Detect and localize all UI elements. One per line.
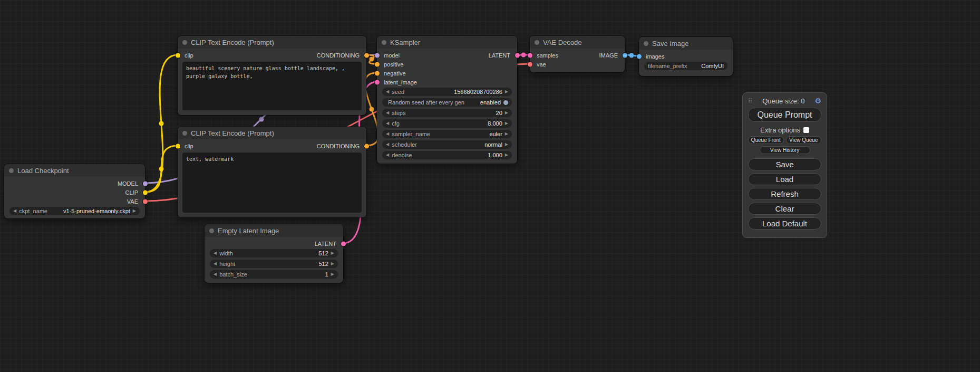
output-port-conditioning[interactable] [364, 144, 369, 148]
node-clip-text-encode-negative[interactable]: CLIP Text Encode (Prompt) clip CONDITION… [178, 127, 366, 217]
node-clip-text-encode-positive[interactable]: CLIP Text Encode (Prompt) clip CONDITION… [178, 36, 366, 115]
input-label-negative: negative [384, 70, 406, 77]
increment-arrow-icon[interactable]: ▶ [505, 142, 508, 147]
input-port-negative[interactable] [375, 71, 380, 75]
widget-width[interactable]: ◀ width 512 ▶ [210, 249, 338, 257]
link-dot-image [629, 53, 634, 58]
decrement-arrow-icon[interactable]: ◀ [386, 132, 389, 136]
clear-button[interactable]: Clear [748, 203, 821, 215]
decrement-arrow-icon[interactable]: ◀ [386, 121, 389, 126]
output-port-model[interactable] [143, 181, 148, 186]
view-queue-button[interactable]: View Queue [786, 136, 822, 144]
load-default-button[interactable]: Load Default [748, 217, 821, 230]
node-header[interactable]: Save Image [639, 37, 733, 50]
node-empty-latent-image[interactable]: Empty Latent Image LATENT ◀ width 512 ▶ … [205, 224, 343, 283]
input-port-vae[interactable] [528, 62, 532, 66]
node-header[interactable]: CLIP Text Encode (Prompt) [178, 127, 366, 139]
widget-seed-control[interactable]: Random seed after every gen enabled [382, 98, 512, 107]
drag-handle-icon[interactable]: ⠿ [748, 98, 752, 104]
increment-arrow-icon[interactable]: ▶ [331, 272, 334, 276]
input-label-clip: clip [185, 52, 193, 59]
node-ksampler[interactable]: KSampler model LATENT positive negative … [377, 36, 517, 164]
node-header[interactable]: CLIP Text Encode (Prompt) [178, 36, 366, 49]
widget-steps[interactable]: ◀ steps 20 ▶ [382, 109, 512, 117]
slot-row: model LATENT [377, 51, 517, 60]
decrement-arrow-icon[interactable]: ◀ [386, 90, 389, 94]
increment-arrow-icon[interactable]: ▶ [505, 132, 508, 136]
output-port-image[interactable] [623, 53, 627, 58]
widget-label: scheduler [392, 141, 417, 148]
widget-scheduler[interactable]: ◀ scheduler normal ▶ [382, 140, 512, 149]
decrement-arrow-icon[interactable]: ◀ [13, 209, 16, 213]
widget-value: 512 [318, 250, 328, 256]
comfyui-canvas[interactable]: { "colors": { "model": "#B39DDB", "clip"… [0, 0, 980, 372]
widget-denoise[interactable]: ◀ denoise 1.000 ▶ [382, 151, 512, 159]
widget-cfg[interactable]: ◀ cfg 8.000 ▶ [382, 119, 512, 128]
increment-arrow-icon[interactable]: ▶ [331, 251, 334, 255]
output-port-latent[interactable] [515, 53, 520, 58]
input-port-clip[interactable] [176, 53, 180, 58]
node-header[interactable]: VAE Decode [530, 36, 625, 49]
widget-filename-prefix[interactable]: filename_prefix ComfyUI [644, 62, 727, 70]
node-title: VAE Decode [543, 39, 581, 46]
collapse-dot[interactable] [182, 131, 187, 136]
collapse-dot[interactable] [9, 168, 14, 173]
load-button[interactable]: Load [748, 173, 821, 185]
collapse-dot[interactable] [382, 40, 386, 45]
decrement-arrow-icon[interactable]: ◀ [386, 153, 389, 157]
collapse-dot[interactable] [644, 41, 648, 46]
input-port-images[interactable] [637, 54, 642, 59]
increment-arrow-icon[interactable]: ▶ [505, 121, 508, 126]
slot-row: clip CONDITIONING [178, 51, 366, 60]
output-port-clip[interactable] [143, 190, 148, 195]
decrement-arrow-icon[interactable]: ◀ [386, 142, 389, 147]
node-header[interactable]: Load Checkpoint [4, 164, 145, 177]
collapse-dot[interactable] [182, 40, 187, 45]
input-port-model[interactable] [375, 53, 380, 58]
prompt-text-input[interactable]: beautiful scenery nature glass bottle la… [182, 62, 362, 110]
save-button[interactable]: Save [748, 158, 821, 170]
decrement-arrow-icon[interactable]: ◀ [214, 272, 217, 276]
widget-seed[interactable]: ◀ seed 156680208700286 ▶ [382, 88, 512, 96]
widget-ckpt-name[interactable]: ◀ ckpt_name v1-5-pruned-emaonly.ckpt ▶ [9, 207, 140, 215]
widget-batch-size[interactable]: ◀ batch_size 1 ▶ [210, 270, 338, 279]
node-vae-decode[interactable]: VAE Decode samples IMAGE vae [530, 36, 625, 72]
input-port-clip[interactable] [176, 144, 180, 148]
widget-sampler-name[interactable]: ◀ sampler_name euler ▶ [382, 130, 512, 138]
input-port-samples[interactable] [528, 53, 532, 58]
node-save-image[interactable]: Save Image images filename_prefix ComfyU… [639, 37, 733, 76]
widget-label: ckpt_name [19, 208, 47, 214]
prompt-text-input[interactable]: text, watermark [182, 152, 362, 213]
decrement-arrow-icon[interactable]: ◀ [386, 111, 389, 115]
increment-arrow-icon[interactable]: ▶ [505, 111, 508, 115]
widget-label: Random seed after every gen [388, 99, 464, 106]
decrement-arrow-icon[interactable]: ◀ [214, 251, 217, 255]
increment-arrow-icon[interactable]: ▶ [331, 262, 334, 266]
collapse-dot[interactable] [535, 40, 539, 45]
collapse-dot[interactable] [209, 228, 214, 233]
queue-panel[interactable]: ⠿ Queue size: 0 ⚙ Queue Prompt Extra opt… [742, 92, 827, 238]
widget-height[interactable]: ◀ height 512 ▶ [210, 260, 338, 268]
output-port-conditioning[interactable] [364, 53, 369, 58]
queue-front-button[interactable]: Queue Front [748, 136, 784, 144]
refresh-button[interactable]: Refresh [748, 188, 821, 200]
input-port-positive[interactable] [375, 62, 380, 66]
output-port-vae[interactable] [143, 199, 148, 204]
view-history-button[interactable]: View History [760, 146, 810, 154]
increment-arrow-icon[interactable]: ▶ [505, 90, 508, 94]
node-header[interactable]: KSampler [377, 36, 517, 49]
output-port-latent[interactable] [341, 241, 346, 246]
increment-arrow-icon[interactable]: ▶ [133, 209, 136, 213]
queue-prompt-button[interactable]: Queue Prompt [748, 108, 821, 122]
slot-row: LATENT [205, 239, 343, 248]
node-body: model LATENT positive negative latent_im… [377, 49, 517, 164]
decrement-arrow-icon[interactable]: ◀ [214, 262, 217, 266]
toggle-knob[interactable] [503, 100, 508, 105]
extra-options-checkbox[interactable] [803, 127, 809, 133]
slot-row: positive [377, 60, 517, 69]
increment-arrow-icon[interactable]: ▶ [505, 153, 508, 157]
settings-gear-icon[interactable]: ⚙ [814, 97, 821, 105]
node-load-checkpoint[interactable]: Load Checkpoint MODEL CLIP VAE ◀ ckpt_na… [4, 164, 145, 218]
node-header[interactable]: Empty Latent Image [205, 224, 343, 237]
input-port-latent-image[interactable] [375, 80, 380, 84]
